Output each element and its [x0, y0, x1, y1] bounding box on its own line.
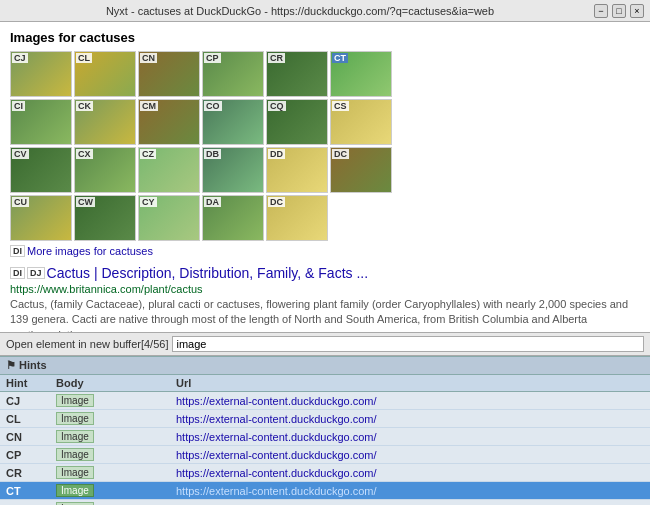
- image-thumb-CQ[interactable]: CQ: [266, 99, 328, 145]
- image-thumb-CZ[interactable]: CZ: [138, 147, 200, 193]
- result-title[interactable]: DI DJ Cactus | Description, Distribution…: [10, 265, 640, 281]
- image-thumb-CK[interactable]: CK: [74, 99, 136, 145]
- image-thumb-DC[interactable]: DC: [330, 147, 392, 193]
- image-thumb-CI[interactable]: CI: [10, 99, 72, 145]
- url-cell: https://external-content.duckduckgo.com/: [170, 428, 650, 446]
- window-controls: − □ ×: [594, 4, 644, 18]
- search-result: DI DJ Cactus | Description, Distribution…: [10, 265, 640, 332]
- url-cell: https://external-content.duckduckgo.com/: [170, 500, 650, 506]
- hint-cell: CN: [0, 428, 50, 446]
- hint-cell: CJ: [0, 392, 50, 410]
- hint-cell: CR: [0, 464, 50, 482]
- image-row-2: CI CK CM CO CQ CS: [10, 99, 640, 145]
- title-bar: Nyxt - cactuses at DuckDuckGo - https://…: [0, 0, 650, 22]
- hints-header: ⚑ Hints: [0, 357, 650, 375]
- hints-row[interactable]: CJImagehttps://external-content.duckduck…: [0, 392, 650, 410]
- hints-row[interactable]: CVImagehttps://external-content.duckduck…: [0, 500, 650, 506]
- minimize-button[interactable]: −: [594, 4, 608, 18]
- hints-table: Hint Body Url CJImagehttps://external-co…: [0, 375, 650, 505]
- command-label: Open element in new buffer[4/56]: [6, 338, 168, 350]
- image-thumb-CL[interactable]: CL: [74, 51, 136, 97]
- hint-cell: CV: [0, 500, 50, 506]
- maximize-button[interactable]: □: [612, 4, 626, 18]
- body-cell: Image: [50, 410, 170, 428]
- command-bar: Open element in new buffer[4/56]: [0, 332, 650, 356]
- col-hint: Hint: [0, 375, 50, 392]
- title-text: Nyxt - cactuses at DuckDuckGo - https://…: [6, 5, 594, 17]
- body-cell: Image: [50, 482, 170, 500]
- command-input[interactable]: [172, 336, 644, 352]
- col-url: Url: [170, 375, 650, 392]
- image-row-4: CU CW CY DA DC: [10, 195, 640, 241]
- more-images-text: More images for cactuses: [27, 245, 153, 257]
- result-di-label: DI: [10, 267, 25, 279]
- image-thumb-CU[interactable]: CU: [10, 195, 72, 241]
- image-thumb-CM[interactable]: CM: [138, 99, 200, 145]
- hints-row[interactable]: CNImagehttps://external-content.duckduck…: [0, 428, 650, 446]
- image-thumb-DD[interactable]: DD: [266, 147, 328, 193]
- url-cell: https://external-content.duckduckgo.com/: [170, 464, 650, 482]
- more-images-link[interactable]: DI More images for cactuses: [10, 245, 640, 257]
- image-thumb-DA[interactable]: DA: [202, 195, 264, 241]
- body-cell: Image: [50, 428, 170, 446]
- body-cell: Image: [50, 464, 170, 482]
- image-thumb-CO[interactable]: CO: [202, 99, 264, 145]
- image-thumb-CY[interactable]: CY: [138, 195, 200, 241]
- hint-cell: CP: [0, 446, 50, 464]
- hints-row[interactable]: CPImagehttps://external-content.duckduck…: [0, 446, 650, 464]
- image-thumb-CS[interactable]: CS: [330, 99, 392, 145]
- body-cell: Image: [50, 446, 170, 464]
- hints-panel: ⚑ Hints Hint Body Url CJImagehttps://ext…: [0, 356, 650, 505]
- url-cell: https://external-content.duckduckgo.com/: [170, 482, 650, 500]
- hints-row[interactable]: CRImagehttps://external-content.duckduck…: [0, 464, 650, 482]
- col-body: Body: [50, 375, 170, 392]
- image-thumb-CX[interactable]: CX: [74, 147, 136, 193]
- image-thumb-CV[interactable]: CV: [10, 147, 72, 193]
- hints-table-header: Hint Body Url: [0, 375, 650, 392]
- image-thumb-CJ[interactable]: CJ: [10, 51, 72, 97]
- body-cell: Image: [50, 392, 170, 410]
- image-thumb-DC2[interactable]: DC: [266, 195, 328, 241]
- browser-content: Images for cactuses CJ CL CN CP CR CT CI…: [0, 22, 650, 332]
- body-cell: Image: [50, 500, 170, 506]
- close-button[interactable]: ×: [630, 4, 644, 18]
- hints-row[interactable]: CTImagehttps://external-content.duckduck…: [0, 482, 650, 500]
- result-dj-label: DJ: [27, 267, 45, 279]
- hints-row[interactable]: CLImagehttps://external-content.duckduck…: [0, 410, 650, 428]
- di-label: DI: [10, 245, 25, 257]
- image-thumb-CP[interactable]: CP: [202, 51, 264, 97]
- hint-cell: CL: [0, 410, 50, 428]
- image-thumb-CN[interactable]: CN: [138, 51, 200, 97]
- image-row-3: CV CX CZ DB DD DC: [10, 147, 640, 193]
- image-row-1: CJ CL CN CP CR CT: [10, 51, 640, 97]
- hint-cell: CT: [0, 482, 50, 500]
- result-description: Cactus, (family Cactaceae), plural cacti…: [10, 297, 640, 332]
- result-url[interactable]: https://www.britannica.com/plant/cactus: [10, 283, 640, 295]
- url-cell: https://external-content.duckduckgo.com/: [170, 410, 650, 428]
- image-thumb-CW[interactable]: CW: [74, 195, 136, 241]
- url-cell: https://external-content.duckduckgo.com/: [170, 446, 650, 464]
- hints-header-text: ⚑ Hints: [6, 359, 47, 372]
- image-thumb-CR[interactable]: CR: [266, 51, 328, 97]
- images-title: Images for cactuses: [10, 30, 640, 45]
- url-cell: https://external-content.duckduckgo.com/: [170, 392, 650, 410]
- result-title-text: Cactus | Description, Distribution, Fami…: [47, 265, 369, 281]
- image-thumb-CT[interactable]: CT: [330, 51, 392, 97]
- image-thumb-DB[interactable]: DB: [202, 147, 264, 193]
